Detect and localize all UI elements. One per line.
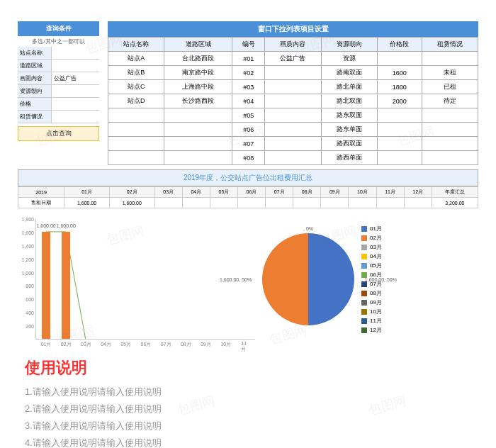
legend-item: 02月 [361,234,382,242]
table-cell[interactable] [377,52,422,66]
table-cell[interactable] [377,137,422,151]
table-cell[interactable]: #06 [232,123,265,137]
main-table: 窗口下拉列表项目设置 站点名称道路区域编号画质内容资源朝向价格段租赁情况站点A台… [108,21,478,165]
search-row: 站点名称 [18,47,99,60]
table-cell[interactable]: 1800 [377,80,422,94]
table-cell[interactable]: 资源 [321,52,377,66]
table-cell[interactable] [108,123,164,137]
table-cell[interactable] [265,108,321,123]
x-tick: 06月 [141,339,152,348]
table-cell[interactable]: #02 [232,66,265,80]
month-value [349,198,376,208]
legend-item: 10月 [361,308,382,315]
search-row-value[interactable] [52,60,99,72]
x-tick: 04月 [101,339,111,348]
table-cell[interactable] [422,137,478,151]
table-cell[interactable]: 路北双面 [321,94,377,108]
x-tick: 08月 [181,339,191,348]
table-cell[interactable] [422,151,478,165]
table-cell[interactable]: 路南双面 [321,66,377,80]
table-header-cell: 道路区域 [164,38,232,52]
month-header: 08月 [293,187,321,198]
table-cell[interactable]: #01 [232,52,265,66]
table-cell[interactable] [265,66,321,80]
table-cell[interactable]: #07 [232,137,265,151]
table-header-cell: 站点名称 [108,38,164,52]
search-row-value[interactable] [52,85,99,97]
x-tick: 03月 [81,339,91,348]
legend-label: 05月 [370,262,382,269]
month-value [293,198,321,208]
table-cell[interactable] [108,137,164,151]
month-header: 年度汇总 [432,187,478,198]
month-header: 11月 [376,187,404,198]
table-cell[interactable]: 南京路中段 [164,66,232,80]
table-cell[interactable] [108,108,164,123]
month-value [266,198,293,208]
legend-item: 09月 [361,298,382,306]
table-cell[interactable] [108,151,164,165]
table-cell[interactable]: 待定 [422,94,478,108]
month-value [182,198,210,208]
table-cell[interactable] [265,123,321,137]
bar-label: 1,600.00 [57,223,76,228]
legend-swatch [361,327,367,333]
month-value [237,198,265,208]
table-cell[interactable]: #03 [232,80,265,94]
search-row-label: 价格 [18,98,52,110]
search-row-value[interactable] [52,111,99,123]
month-header: 01月 [64,187,110,198]
table-cell[interactable]: 站点D [108,94,164,108]
pie-slice-label-1: 1,600.00, 50% [220,277,252,282]
search-row-value[interactable]: 公益广告 [52,72,99,84]
legend-item: 04月 [361,252,382,260]
table-cell[interactable]: 2000 [377,94,422,108]
table-cell[interactable]: 路北单面 [321,80,377,94]
table-cell[interactable] [164,123,232,137]
table-cell[interactable]: 1600 [377,66,422,80]
table-cell[interactable]: 已租 [422,80,478,94]
table-cell[interactable]: 公益广告 [265,52,321,66]
legend-label: 03月 [370,243,382,251]
table-cell[interactable] [422,123,478,137]
month-value [376,198,404,208]
search-hint: 多选/其中之一都可以 [18,36,99,47]
table-cell[interactable]: #05 [232,108,265,123]
pie-zero-label: , 0% [303,226,313,231]
table-cell[interactable]: 站点A [108,52,164,66]
table-cell[interactable] [164,151,232,165]
table-cell[interactable] [265,137,321,151]
table-cell[interactable] [164,137,232,151]
table-cell[interactable]: 路西双面 [321,137,377,151]
table-header-cell: 资源朝向 [321,38,377,52]
table-cell[interactable] [377,108,422,123]
legend-label: 12月 [370,326,382,334]
search-row-value[interactable] [52,47,99,59]
table-cell[interactable]: #04 [232,94,265,108]
table-cell[interactable] [422,108,478,123]
legend-label: 04月 [370,252,382,260]
search-button[interactable]: 点击查询 [18,126,99,141]
table-cell[interactable] [265,94,321,108]
table-cell[interactable]: 站点C [108,80,164,94]
table-cell[interactable]: 路东双面 [321,108,377,123]
table-cell[interactable]: #08 [232,151,265,165]
table-cell[interactable]: 未租 [422,66,478,80]
table-row: #05路东双面 [108,108,478,123]
table-cell[interactable]: 路西单面 [321,151,377,165]
table-cell[interactable] [265,80,321,94]
table-cell[interactable] [265,151,321,165]
table-cell[interactable] [164,108,232,123]
table-header-cell: 画质内容 [265,38,321,52]
table-cell[interactable]: 路东单面 [321,123,377,137]
table-cell[interactable]: 上海路中段 [164,80,232,94]
table-cell[interactable] [377,123,422,137]
table-cell[interactable] [377,151,422,165]
table-cell[interactable]: 台北路西段 [164,52,232,66]
search-row-value[interactable] [52,98,99,110]
table-cell[interactable]: 站点B [108,66,164,80]
table-cell[interactable]: 长沙路西段 [164,94,232,108]
legend-swatch [361,291,367,296]
table-cell[interactable] [422,52,478,66]
month-header: 02月 [109,187,154,198]
